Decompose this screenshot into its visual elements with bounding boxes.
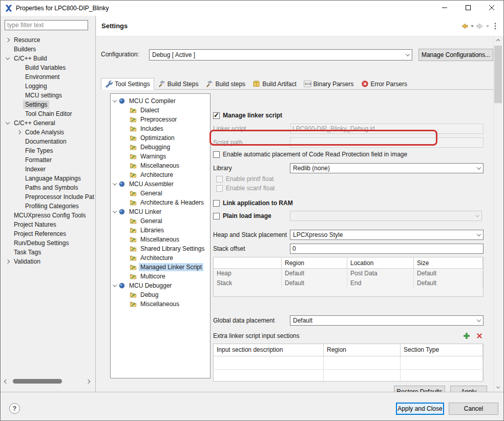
maximize-button[interactable] bbox=[456, 1, 480, 16]
table-row[interactable] bbox=[214, 356, 483, 370]
tool-tree-item-mcu-c-compiler[interactable]: MCU C Compiler bbox=[111, 96, 210, 106]
tool-tree-item-general[interactable]: General bbox=[111, 216, 210, 226]
tab-build-steps[interactable]: Build steps bbox=[202, 78, 249, 89]
sidebar-item-validation[interactable]: Validation bbox=[1, 257, 95, 266]
configuration-combo[interactable]: Debug [ Active ] bbox=[149, 49, 412, 61]
tool-tree-item-warnings[interactable]: Warnings bbox=[111, 152, 210, 161]
tool-tree-item-libraries[interactable]: Libraries bbox=[111, 226, 210, 235]
column-header[interactable] bbox=[214, 257, 282, 269]
sidebar-item-preprocessor-include-pat[interactable]: Preprocessor Include Pat bbox=[1, 192, 95, 202]
tree-twistie[interactable] bbox=[4, 260, 12, 263]
tool-tree-item-miscellaneous[interactable]: Miscellaneous bbox=[111, 299, 210, 309]
sidebar-horizontal-scrollbar[interactable] bbox=[2, 377, 92, 385]
close-button[interactable] bbox=[480, 1, 503, 16]
sidebar-item-language-mappings[interactable]: Language Mappings bbox=[1, 174, 95, 183]
tab-error-parsers[interactable]: Error Parsers bbox=[358, 78, 411, 89]
sidebar-item-code-analysis[interactable]: Code Analysis bbox=[1, 128, 95, 137]
back-button[interactable] bbox=[460, 22, 469, 30]
tool-tree-item-debugging[interactable]: Debugging bbox=[111, 143, 210, 152]
view-menu-icon[interactable] bbox=[494, 22, 496, 30]
column-header[interactable]: Region bbox=[282, 257, 347, 269]
sidebar-item-mcu-settings[interactable]: MCU settings bbox=[1, 91, 95, 100]
forward-menu-chevron-icon[interactable] bbox=[486, 24, 490, 28]
sidebar-item-builders[interactable]: Builders bbox=[1, 45, 95, 54]
scrollbar-thumb[interactable] bbox=[494, 46, 502, 103]
column-header[interactable]: Location bbox=[347, 257, 414, 269]
tree-twistie[interactable] bbox=[15, 131, 23, 134]
sidebar-item-environment[interactable]: Environment bbox=[1, 72, 95, 82]
scrollbar-thumb[interactable] bbox=[13, 379, 62, 384]
sidebar-item-task-tags[interactable]: Task Tags bbox=[1, 248, 95, 257]
tool-tree-item-architecture[interactable]: Architecture bbox=[111, 170, 210, 179]
link-ram-checkbox[interactable]: Link application to RAM bbox=[213, 199, 293, 207]
sidebar-item-c-c-build[interactable]: C/C++ Build bbox=[1, 54, 95, 63]
back-menu-chevron-icon[interactable] bbox=[470, 24, 474, 28]
extra-sections-table[interactable]: Input section descriptionRegionSection T… bbox=[213, 344, 484, 382]
tab-binary-parsers[interactable]: 010Binary Parsers bbox=[300, 78, 358, 89]
heap-stack-table[interactable]: RegionLocationSizeHeapDefaultPost DataDe… bbox=[213, 257, 484, 297]
manage-linker-script-checkbox[interactable]: Manage linker script bbox=[213, 111, 282, 119]
scroll-left-button[interactable] bbox=[2, 377, 10, 385]
tool-tree-item-architecture[interactable]: Architecture bbox=[111, 253, 210, 263]
sidebar-item-mcuxpresso-config-tools[interactable]: MCUXpresso Config Tools bbox=[1, 211, 95, 220]
stack-offset-input[interactable] bbox=[290, 244, 484, 254]
tool-tree-item-mcu-debugger[interactable]: MCU Debugger bbox=[111, 281, 210, 290]
apply-button[interactable]: Apply bbox=[450, 386, 487, 392]
tab-build-steps[interactable]: Build Steps bbox=[154, 78, 202, 89]
sidebar-item-logging[interactable]: Logging bbox=[1, 82, 95, 91]
tree-twistie[interactable] bbox=[4, 122, 12, 125]
crp-checkbox[interactable]: Enable automatic placement of Code Read … bbox=[213, 150, 407, 158]
tool-tree-item-managed-linker-script[interactable]: Managed Linker Script bbox=[111, 263, 210, 272]
sidebar-item-settings[interactable]: Settings bbox=[1, 100, 95, 109]
tool-tree-item-miscellaneous[interactable]: Miscellaneous bbox=[111, 161, 210, 170]
sidebar-item-formatter[interactable]: Formatter bbox=[1, 155, 95, 165]
heap-stack-combo[interactable]: LPCXpresso Style bbox=[290, 230, 484, 240]
scroll-down-button[interactable] bbox=[494, 383, 502, 392]
apply-and-close-button[interactable]: Apply and Close bbox=[396, 403, 444, 415]
sidebar-item-resource[interactable]: Resource bbox=[1, 35, 95, 45]
tool-tree-item-preprocessor[interactable]: Preprocessor bbox=[111, 115, 210, 124]
column-header[interactable]: Region bbox=[324, 344, 401, 356]
minimize-button[interactable] bbox=[433, 1, 456, 16]
tool-tree-item-shared-library-settings[interactable]: Shared Library Settings bbox=[111, 244, 210, 253]
sidebar-item-tool-chain-editor[interactable]: Tool Chain Editor bbox=[1, 109, 95, 118]
sidebar-item-c-c-general[interactable]: C/C++ General bbox=[1, 118, 95, 128]
cancel-button[interactable]: Cancel bbox=[449, 403, 498, 415]
tab-build-artifact[interactable]: Build Artifact bbox=[249, 78, 300, 89]
filter-input[interactable] bbox=[5, 20, 88, 30]
sidebar-item-run-debug-settings[interactable]: Run/Debug Settings bbox=[1, 238, 95, 248]
tool-tree-item-includes[interactable]: Includes bbox=[111, 124, 210, 133]
manage-configurations-button[interactable]: Manage Configurations... bbox=[418, 49, 493, 61]
sidebar-item-paths-and-symbols[interactable]: Paths and Symbols bbox=[1, 183, 95, 192]
plain-load-checkbox[interactable]: Plain load image bbox=[213, 212, 271, 220]
tool-tree-item-mcu-linker[interactable]: MCU Linker bbox=[111, 207, 210, 216]
tool-tree-item-architecture-headers[interactable]: Architecture & Headers bbox=[111, 198, 210, 207]
sidebar-item-project-natures[interactable]: Project Natures bbox=[1, 220, 95, 229]
tool-tree-item-optimization[interactable]: Optimization bbox=[111, 133, 210, 143]
add-section-button[interactable] bbox=[463, 332, 471, 340]
tool-tree-item-mcu-assembler[interactable]: MCU Assembler bbox=[111, 179, 210, 189]
help-button[interactable]: ? bbox=[9, 403, 20, 414]
column-header[interactable]: Size bbox=[414, 257, 483, 269]
sidebar-item-file-types[interactable]: File Types bbox=[1, 146, 95, 155]
table-row[interactable]: HeapDefaultPost DataDefault bbox=[214, 269, 483, 278]
library-combo[interactable]: Redlib (none) bbox=[290, 163, 484, 173]
sidebar-item-documentation[interactable]: Documentation bbox=[1, 137, 95, 146]
tool-tree-item-miscellaneous[interactable]: Miscellaneous bbox=[111, 235, 210, 244]
tool-tree-item-debug[interactable]: Debug bbox=[111, 290, 210, 299]
sidebar-item-profiling-categories[interactable]: Profiling Categories bbox=[1, 202, 95, 211]
table-row[interactable] bbox=[214, 370, 483, 381]
table-row[interactable]: StackDefaultEndDefault bbox=[214, 278, 483, 288]
tree-twistie[interactable] bbox=[4, 38, 12, 42]
column-header[interactable]: Section Type bbox=[401, 344, 483, 356]
tool-tree-item-dialect[interactable]: Dialect bbox=[111, 106, 210, 115]
tool-tree-item-multicore[interactable]: Multicore bbox=[111, 272, 210, 281]
scrollbar-track[interactable] bbox=[10, 378, 84, 384]
sidebar-item-indexer[interactable]: Indexer bbox=[1, 165, 95, 174]
delete-section-button[interactable] bbox=[475, 332, 484, 340]
global-data-combo[interactable]: Default bbox=[290, 315, 484, 326]
main-vertical-scrollbar[interactable] bbox=[493, 36, 502, 392]
tab-tool-settings[interactable]: Tool Settings bbox=[101, 78, 154, 90]
scroll-up-button[interactable] bbox=[494, 36, 502, 45]
scroll-right-button[interactable] bbox=[84, 377, 92, 385]
